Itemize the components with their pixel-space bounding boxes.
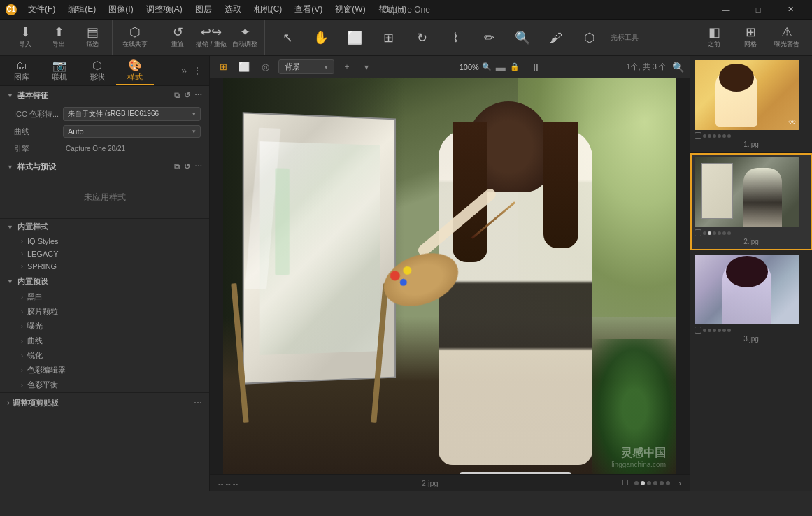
zoom-lock-icon[interactable]: 🔒	[510, 62, 520, 71]
reset-section-icon[interactable]: ↺	[184, 91, 190, 100]
exposure-item[interactable]: › 曝光	[0, 319, 209, 334]
cursor-tool-6[interactable]: ⌇	[440, 22, 471, 53]
adj-more-icon[interactable]: ⋯	[194, 398, 202, 408]
cursor-tool-10[interactable]: ⬡	[574, 22, 605, 53]
pause-button[interactable]: ⏸	[531, 62, 541, 73]
builtin-presets-header[interactable]: ▼ 内置预设	[0, 273, 209, 289]
sharpening-item[interactable]: › 锐化	[0, 348, 209, 363]
legacy-item[interactable]: › LEGACY	[0, 248, 209, 260]
film-grain-item[interactable]: › 胶片颗粒	[0, 304, 209, 319]
status-nav-right[interactable]: ›	[678, 479, 681, 487]
menu-adjust[interactable]: 调整项(A)	[141, 2, 188, 17]
color-balance-item[interactable]: › 色彩平衡	[0, 378, 209, 392]
menu-image[interactable]: 图像(I)	[103, 2, 138, 17]
toolbar-share-group: ⬡ 在线共享	[115, 20, 155, 55]
thumb-check-1[interactable]	[695, 132, 701, 139]
window-controls: — □ ✕	[710, 0, 806, 20]
tab-shape[interactable]: ⬡ 形状	[78, 56, 116, 85]
thumb-check-3[interactable]	[695, 327, 701, 334]
cursor-tool-7[interactable]: ✏	[473, 22, 504, 53]
tab-library[interactable]: 🗂 图库	[3, 57, 41, 85]
grid-view-button[interactable]: ⊞	[215, 59, 231, 75]
add-view-button[interactable]: +	[340, 60, 354, 74]
exposure-warning-button[interactable]: ⚠ 曝光警告	[771, 22, 802, 53]
minimize-button[interactable]: —	[710, 0, 742, 20]
curves-item[interactable]: › 曲线	[0, 334, 209, 348]
bw-item[interactable]: › 黑白	[0, 289, 209, 304]
single-view-button[interactable]: ⬜	[236, 59, 252, 75]
more-icon[interactable]: ⋯	[194, 91, 202, 100]
spring-item[interactable]: › SPRING	[0, 260, 209, 273]
grid-button[interactable]: ⊞ 网格	[735, 22, 766, 53]
menu-edit[interactable]: 编辑(E)	[62, 2, 101, 17]
color-editor-item[interactable]: › 色彩编辑器	[0, 363, 209, 378]
icc-value[interactable]: 来自于文件 (sRGB IEC61966-2... ▾	[63, 107, 201, 121]
builtin-styles-header[interactable]: ▼ 内置样式	[0, 219, 209, 235]
engine-value: Capture One 20/21	[63, 145, 201, 152]
more-style-icon[interactable]: ⋯	[194, 162, 202, 171]
menu-view[interactable]: 查看(V)	[289, 2, 328, 17]
filmstrip-item-1[interactable]: 👁 1.jpg	[690, 56, 812, 153]
cursor-tool-5[interactable]: ↻	[406, 22, 437, 53]
tab-tether[interactable]: 📷 联机	[41, 56, 78, 85]
maximize-button[interactable]: □	[742, 0, 774, 20]
menu-window[interactable]: 视窗(W)	[329, 2, 371, 17]
curve-row: 曲线 Auto ▾	[0, 123, 209, 140]
panel-expand-button[interactable]: »	[180, 64, 188, 78]
search-button[interactable]: 🔍	[672, 62, 684, 73]
before-button[interactable]: ◧ 之前	[699, 22, 729, 53]
menu-camera[interactable]: 相机(C)	[248, 2, 288, 17]
basic-traits-header[interactable]: ▼ 基本特征 ⧉ ↺ ⋯	[0, 86, 209, 105]
view-options-button[interactable]: ▾	[359, 60, 373, 74]
exposure-arrow: ›	[21, 323, 23, 330]
filmstrip-item-3[interactable]: 3.jpg	[690, 250, 812, 347]
export-button[interactable]: ⬆ 导出	[43, 22, 74, 53]
status-dots	[634, 481, 670, 485]
cursor-tool-3[interactable]: ⬜	[339, 22, 370, 53]
bw-arrow: ›	[21, 294, 23, 301]
app-icon: C1	[6, 4, 17, 15]
adj-clipboard-row: › 调整项剪贴板 ⋯	[0, 393, 209, 413]
toolbar: ⬇ 导入 ⬆ 导出 ▤ 筛选 ⬡ 在线共享 ↺ 重置 ↩↪ 撤销 / 重做 ✦ …	[0, 20, 812, 56]
undo-style-icon[interactable]: ↺	[184, 162, 190, 171]
undo-icon: ↩↪	[201, 26, 222, 38]
copy-icon[interactable]: ⧉	[174, 91, 180, 100]
zoom-search-icon[interactable]: 🔍	[482, 62, 492, 71]
cursor-tool-4[interactable]: ⊞	[373, 22, 404, 53]
basic-traits-chevron: ▼	[7, 92, 13, 99]
undo-button[interactable]: ↩↪ 撤销 / 重做	[196, 22, 227, 53]
icc-dropdown-arrow: ▾	[192, 110, 196, 117]
reset-icon: ↺	[173, 26, 183, 38]
iq-styles-item[interactable]: › IQ Styles	[0, 235, 209, 248]
thumb-check-2[interactable]	[695, 229, 701, 236]
left-panel: 🗂 图库 📷 联机 ⬡ 形状 🎨 样式 » ⋮ ▼	[0, 56, 210, 491]
menu-file[interactable]: 文件(F)	[22, 2, 61, 17]
icc-row: ICC 色彩特... 来自于文件 (sRGB IEC61966-2... ▾	[0, 105, 209, 123]
menu-layer[interactable]: 图层	[190, 2, 218, 17]
share-button[interactable]: ⬡ 在线共享	[120, 22, 150, 53]
filmstrip-item-2[interactable]: 2.jpg	[690, 153, 812, 250]
cursor-tool-1[interactable]: ↖	[272, 22, 303, 53]
auto-adjust-button[interactable]: ✦ 自动调整	[229, 22, 260, 53]
close-button[interactable]: ✕	[774, 0, 806, 20]
cursor-tool-9[interactable]: 🖌	[541, 22, 571, 53]
sharpening-arrow: ›	[21, 352, 23, 359]
panel-options-button[interactable]: ⋮	[191, 64, 204, 78]
menu-select[interactable]: 选取	[219, 2, 247, 17]
cursor-tool-8[interactable]: 🔍	[507, 22, 538, 53]
filter-button[interactable]: ▤ 筛选	[77, 22, 108, 53]
right-panel: 👁 1.jpg	[690, 56, 812, 491]
focus-view-button[interactable]: ◎	[257, 59, 273, 75]
image-count: 1个, 共 3 个	[627, 62, 667, 72]
import-button[interactable]: ⬇ 导入	[10, 22, 41, 53]
tab-style[interactable]: 🎨 样式	[116, 56, 154, 85]
copy-style-icon[interactable]: ⧉	[174, 162, 180, 171]
bg-selector[interactable]: 背景 ▾	[278, 59, 334, 74]
styles-presets-header[interactable]: ▼ 样式与预设 ⧉ ↺ ⋯	[0, 157, 209, 176]
reset-button[interactable]: ↺ 重置	[162, 22, 193, 53]
status-checkbox: ☐	[622, 478, 629, 487]
thumb-dots-2	[695, 229, 808, 236]
curve-value[interactable]: Auto ▾	[63, 125, 201, 138]
cursor-tool-2[interactable]: ✋	[306, 22, 336, 53]
image-container[interactable]: 灵感中国 lingganchina.com	[210, 78, 690, 474]
